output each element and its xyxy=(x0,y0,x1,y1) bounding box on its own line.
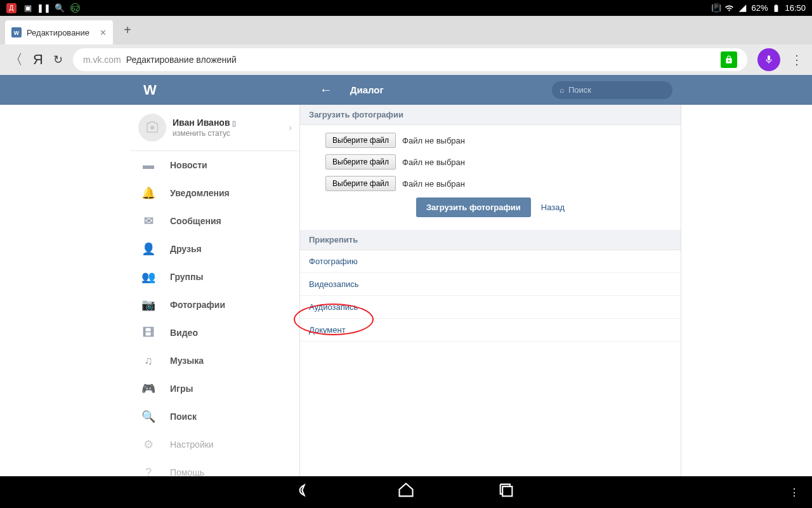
status-bar: Д ▣ ❚❚ 🔍 62 📳 62% 16:50 xyxy=(0,0,812,16)
svg-point-0 xyxy=(150,126,154,130)
sidebar-item-friends[interactable]: 👤Друзья xyxy=(131,235,299,263)
file-status-3: Файл не выбран xyxy=(402,179,465,189)
vibrate-icon: 📳 xyxy=(711,3,721,13)
vk-logo-icon[interactable]: W xyxy=(143,82,156,98)
gear-icon: ⚙ xyxy=(142,438,155,451)
browser-back-button[interactable]: 〈 xyxy=(9,50,23,69)
dialog-back-button[interactable]: ← xyxy=(320,83,332,97)
search-placeholder: Поиск xyxy=(568,85,591,95)
choose-file-button-2[interactable]: Выберите файл xyxy=(325,154,396,170)
sync-icon: 62 xyxy=(70,3,80,13)
file-input-row-2: Выберите файл Файл не выбран xyxy=(325,154,655,170)
svg-rect-1 xyxy=(502,486,512,496)
camera-icon: 📷 xyxy=(142,298,155,311)
android-home-button[interactable] xyxy=(397,481,415,503)
profile-status: изменить статус xyxy=(173,129,236,138)
url-bar[interactable]: m.vk.com Редактирование вложений xyxy=(73,48,747,71)
ssl-lock-icon xyxy=(721,51,737,68)
tab-vk[interactable]: w Редактирование ✕ xyxy=(5,20,113,44)
tab-title: Редактирование xyxy=(27,28,89,37)
people-icon: 👥 xyxy=(142,271,155,283)
main-content: Загрузить фотографии Выберите файл Файл … xyxy=(299,105,681,476)
envelope-icon: ✉ xyxy=(142,215,155,227)
magnifier-icon: 🔍 xyxy=(142,410,155,423)
battery-icon xyxy=(771,3,781,13)
avatar xyxy=(138,114,166,142)
attach-video[interactable]: Видеозапись xyxy=(300,273,681,296)
attach-audio[interactable]: Аудиозапись xyxy=(300,296,681,319)
gallery-icon: ▣ xyxy=(23,3,32,13)
search-input[interactable]: ⌕ Поиск xyxy=(552,81,672,99)
browser-toolbar: 〈 Я ↻ m.vk.com Редактирование вложений ⋮ xyxy=(0,44,812,75)
attach-photo[interactable]: Фотографию xyxy=(300,250,681,273)
sidebar: Иван Иванов ▯ изменить статус › ▬Новости… xyxy=(131,105,299,476)
reload-button[interactable]: ↻ xyxy=(53,53,63,67)
file-status-2: Файл не выбран xyxy=(402,157,465,167)
new-tab-button[interactable]: + xyxy=(118,21,137,40)
sidebar-item-groups[interactable]: 👥Группы xyxy=(131,263,299,291)
file-status-1: Файл не выбран xyxy=(402,136,465,145)
battery-percent: 62% xyxy=(751,3,768,13)
page-title: Диалог xyxy=(350,84,384,95)
android-menu-button[interactable]: ⋮ xyxy=(789,486,799,498)
sidebar-item-settings[interactable]: ⚙Настройки xyxy=(131,431,299,458)
choose-file-button-3[interactable]: Выберите файл xyxy=(325,176,396,191)
sidebar-item-games[interactable]: 🎮Игры xyxy=(131,375,299,403)
news-icon: ▬ xyxy=(142,159,155,171)
bell-icon: 🔔 xyxy=(142,187,155,199)
attach-section-header: Прикрепить xyxy=(300,230,681,250)
close-icon[interactable]: ✕ xyxy=(100,28,107,37)
vk-header: W ← Диалог ⌕ Поиск xyxy=(0,75,812,105)
sidebar-item-news[interactable]: ▬Новости xyxy=(131,151,299,179)
browser-tabs: w Редактирование ✕ + xyxy=(0,16,812,44)
voice-search-button[interactable] xyxy=(757,48,780,71)
film-icon: 🎞 xyxy=(142,326,155,339)
vk-favicon-icon: w xyxy=(11,27,22,37)
profile-link[interactable]: Иван Иванов ▯ изменить статус › xyxy=(131,105,299,151)
mobile-icon: ▯ xyxy=(232,119,236,127)
chevron-right-icon: › xyxy=(289,122,292,133)
gamepad-icon: 🎮 xyxy=(142,382,155,395)
browser-menu-button[interactable]: ⋮ xyxy=(790,52,803,67)
sidebar-item-notifications[interactable]: 🔔Уведомления xyxy=(131,179,299,207)
file-input-row-1: Выберите файл Файл не выбран xyxy=(325,133,655,148)
back-link[interactable]: Назад xyxy=(541,203,565,212)
yandex-logo-icon[interactable]: Я xyxy=(33,51,43,68)
profile-name: Иван Иванов ▯ xyxy=(173,117,236,128)
clock: 16:50 xyxy=(785,3,806,13)
android-nav-bar: ⋮ xyxy=(0,476,812,508)
pause-icon: ❚❚ xyxy=(39,3,48,13)
wifi-icon xyxy=(724,3,734,13)
android-recent-button[interactable] xyxy=(497,481,515,503)
signal-icon xyxy=(738,3,747,13)
sidebar-item-music[interactable]: ♫Музыка xyxy=(131,347,299,375)
file-input-row-3: Выберите файл Файл не выбран xyxy=(325,176,655,191)
url-title: Редактирование вложений xyxy=(126,55,237,65)
android-back-button[interactable] xyxy=(297,481,315,503)
url-host: m.vk.com xyxy=(83,55,121,65)
search-status-icon: 🔍 xyxy=(55,3,64,13)
sidebar-item-messages[interactable]: ✉Сообщения xyxy=(131,207,299,235)
sidebar-item-search[interactable]: 🔍Поиск xyxy=(131,403,299,431)
attach-document[interactable]: Документ xyxy=(300,319,681,342)
choose-file-button-1[interactable]: Выберите файл xyxy=(325,133,396,148)
search-icon: ⌕ xyxy=(560,85,565,95)
music-icon: ♫ xyxy=(142,354,155,367)
upload-section-header: Загрузить фотографии xyxy=(300,105,681,125)
upload-photos-button[interactable]: Загрузить фотографии xyxy=(416,197,531,217)
sidebar-item-photos[interactable]: 📷Фотографии xyxy=(131,291,299,319)
person-icon: 👤 xyxy=(142,243,155,255)
sidebar-item-video[interactable]: 🎞Видео xyxy=(131,319,299,347)
app-badge-icon: Д xyxy=(6,3,16,13)
